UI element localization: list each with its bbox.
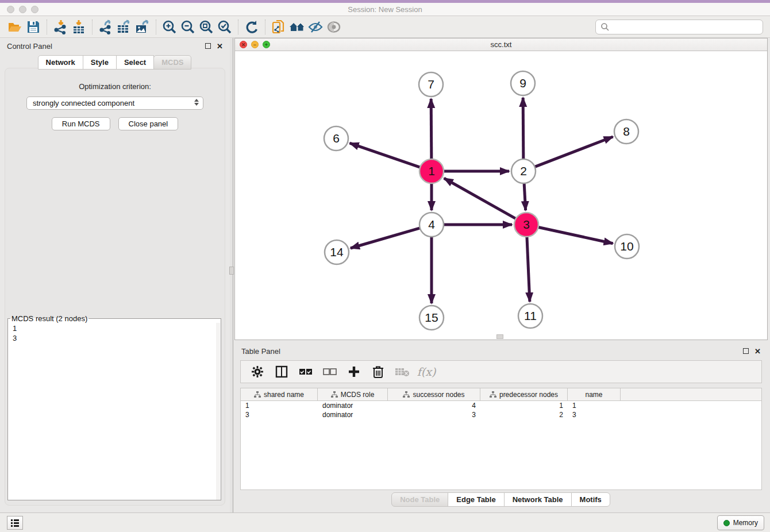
eye-icon [326,20,342,34]
cell-name: 3 [568,410,621,419]
graph-edge-1-7[interactable] [431,99,432,160]
close-table-panel-icon[interactable]: ✕ [754,347,761,356]
column-header-name[interactable]: name [568,388,621,400]
clone-network-button[interactable] [270,18,288,36]
table-panel: Table Panel ✕ [234,343,768,509]
open-folder-icon [7,20,22,34]
table-panel-title: Table Panel [241,347,743,356]
table-settings-button[interactable] [250,364,265,379]
toolbar-separator [92,20,93,34]
graph-node-label: 9 [519,76,526,90]
tab-mcds[interactable]: MCDS [153,55,191,70]
zoom-fit-button[interactable] [197,18,215,36]
close-panel-icon[interactable]: ✕ [217,42,223,51]
result-scrollbar[interactable] [216,323,220,500]
first-neighbors-button[interactable] [288,18,306,36]
import-network-icon [53,20,68,34]
mcds-result-list[interactable]: 1 3 [8,323,221,500]
tab-network-table[interactable]: Network Table [504,492,572,507]
close-panel-button[interactable]: Close panel [118,117,179,130]
hide-graphics-button[interactable] [306,18,325,36]
cell-predecessor-nodes: 1 [480,401,568,410]
zoom-selected-button[interactable] [215,18,234,36]
apply-layout-button[interactable] [242,18,261,36]
cell-name: 1 [568,401,621,410]
control-panel-header: Control Panel ✕ [0,38,230,54]
open-session-button[interactable] [6,18,24,36]
mcds-result-box: MCDS result (2 nodes) 1 3 [7,314,221,500]
network-window-title: scc.txt [235,40,767,49]
toolbar-separator [265,20,265,34]
zoom-in-button[interactable] [160,18,179,36]
tab-node-table[interactable]: Node Table [391,492,448,507]
show-columns-button[interactable] [274,364,289,379]
deselect-all-button[interactable] [322,364,337,379]
graph-node-label: 2 [520,164,527,178]
show-graphics-details-button[interactable] [325,18,343,36]
import-network-button[interactable] [51,18,70,36]
zoom-out-icon [180,20,195,34]
tab-style[interactable]: Style [83,55,117,70]
result-line: 1 [13,323,220,333]
function-builder-button: f(x) [419,364,434,379]
memory-button[interactable]: Memory [717,515,764,530]
eye-slash-icon [307,20,324,34]
export-image-button[interactable] [133,18,152,36]
column-header-mcds-role[interactable]: MCDS role [318,388,388,400]
network-canvas[interactable]: 1234678910111415 [235,51,767,340]
export-network-button[interactable] [97,18,115,36]
graph-node-label: 7 [428,78,434,91]
column-header-shared-name[interactable]: shared name [241,388,318,400]
homes-icon [288,20,306,34]
cell-mcds-role: dominator [318,410,388,419]
result-line: 3 [13,333,220,343]
cell-shared-name: 3 [241,410,318,419]
tab-edge-table[interactable]: Edge Table [448,492,504,507]
panel-divider[interactable] [230,38,233,512]
criterion-value: strongly connected component [33,99,134,107]
tree-sort-icon [403,391,410,398]
graph-edge-2-8[interactable] [534,137,613,167]
graph-edge-3-1[interactable] [444,178,517,219]
graph-edge-2-3[interactable] [524,182,526,210]
graph-edge-3-11[interactable] [527,236,530,302]
column-header-predecessor-nodes[interactable]: predecessor nodes [480,388,568,400]
column-header-successor-nodes[interactable]: successor nodes [388,388,480,400]
tab-network[interactable]: Network [38,55,83,70]
network-window-titlebar[interactable]: ✕ − + scc.txt [235,38,767,51]
tab-motifs[interactable]: Motifs [571,492,610,507]
table-row[interactable]: 1 dominator 4 1 1 [241,401,761,410]
toolbar-separator [238,20,238,34]
zoom-out-button[interactable] [179,18,197,36]
graph-edge-3-10[interactable] [537,227,613,244]
run-mcds-button[interactable]: Run MCDS [52,117,110,130]
trash-icon [372,365,384,378]
gear-icon [251,365,264,378]
table-row[interactable]: 3 dominator 3 2 3 [241,410,761,419]
toolbar-separator [47,20,47,34]
table-tabs: Node Table Edge Table Network Table Moti… [234,492,768,507]
graph-edge-4-14[interactable] [351,228,421,248]
criterion-select[interactable]: strongly connected component [26,97,203,110]
deselect-all-icon [323,367,337,376]
select-all-button[interactable] [298,364,313,379]
panel-divider-grip[interactable] [229,267,234,275]
tree-sort-icon [331,391,338,398]
canvas-resize-grip[interactable] [496,334,503,339]
graph-node-label: 1 [428,164,435,178]
task-history-button[interactable] [7,516,23,530]
tab-select[interactable]: Select [116,55,154,70]
select-stepper-icon [194,99,199,106]
export-table-button[interactable] [115,18,133,36]
create-column-button[interactable] [346,364,361,379]
graph-node-label: 8 [623,125,630,138]
delete-column-button[interactable] [371,364,386,379]
search-input[interactable] [610,23,753,32]
import-table-button[interactable] [70,18,88,36]
float-panel-icon[interactable] [205,43,211,49]
save-session-button[interactable] [24,18,43,36]
float-table-panel-icon[interactable] [743,348,749,354]
graph-edge-1-6[interactable] [350,143,421,168]
graph-edge-2-9[interactable] [523,98,523,160]
cell-shared-name: 1 [241,401,318,410]
